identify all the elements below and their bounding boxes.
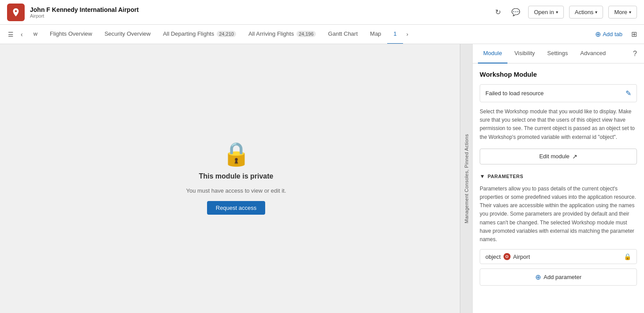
more-button[interactable]: More ▾ bbox=[608, 6, 637, 19]
chat-button[interactable]: 💬 bbox=[509, 5, 523, 19]
more-tabs-button[interactable]: › bbox=[403, 29, 412, 39]
right-panel: Module Visibility Settings Advanced ? Wo… bbox=[472, 44, 644, 313]
tab-bar: ☰ ‹ w Flights Overview Security Overview… bbox=[0, 25, 644, 44]
tab-all-arriving[interactable]: All Arriving Flights 24,196 bbox=[242, 25, 322, 44]
open-in-chevron-icon: ▾ bbox=[556, 10, 558, 15]
location-pin-icon bbox=[11, 7, 21, 17]
param-lock-icon: 🔒 bbox=[624, 253, 631, 260]
tab-advanced[interactable]: Advanced bbox=[575, 44, 611, 63]
tab-security-overview[interactable]: Security Overview bbox=[98, 25, 157, 44]
side-label-panel: Management Consoles, Pinned Actions bbox=[460, 44, 472, 313]
tab-bar-right: ⊕ Add tab ⊞ bbox=[592, 28, 644, 40]
right-panel-tabs: Module Visibility Settings Advanced ? bbox=[473, 44, 644, 63]
parameters-section: ▼ PARAMETERS Parameters allow you to pas… bbox=[480, 173, 637, 286]
private-module-title: This module is private bbox=[199, 172, 274, 180]
add-tab-circle-icon: ⊕ bbox=[595, 30, 601, 38]
departing-badge: 24,210 bbox=[217, 31, 236, 37]
tab-module[interactable]: Module bbox=[478, 44, 507, 63]
external-link-icon: ↗ bbox=[572, 153, 577, 160]
nav-left-arrow-button[interactable]: ‹ bbox=[18, 29, 26, 40]
tab-visibility[interactable]: Visibility bbox=[509, 44, 540, 63]
tab-settings[interactable]: Settings bbox=[542, 44, 573, 63]
more-chevron-icon: ▾ bbox=[629, 10, 631, 15]
help-button[interactable]: ? bbox=[631, 48, 639, 60]
refresh-button[interactable]: ↻ bbox=[492, 5, 503, 19]
tab-flights-overview[interactable]: Flights Overview bbox=[44, 25, 98, 44]
params-chevron-icon: ▼ bbox=[480, 173, 485, 179]
add-tab-button[interactable]: ⊕ Add tab bbox=[592, 28, 626, 40]
edit-module-button[interactable]: Edit module ↗ bbox=[480, 149, 637, 164]
tab-all-departing[interactable]: All Departing Flights 24,210 bbox=[157, 25, 242, 44]
parameters-header[interactable]: ▼ PARAMETERS bbox=[480, 173, 637, 179]
left-panel: 🔒 This module is private You must have a… bbox=[0, 44, 472, 313]
private-module-area: 🔒 This module is private You must have a… bbox=[0, 44, 472, 313]
side-label-text: Management Consoles, Pinned Actions bbox=[464, 134, 469, 224]
tab-map[interactable]: Map bbox=[364, 25, 387, 44]
tab-w[interactable]: w bbox=[27, 25, 44, 44]
app-title: John F Kennedy International Airport Air… bbox=[30, 6, 139, 19]
actions-button[interactable]: Actions ▾ bbox=[569, 6, 603, 19]
arriving-badge: 24,196 bbox=[296, 31, 316, 37]
add-parameter-button[interactable]: ⊕ Add parameter bbox=[480, 268, 637, 286]
app-title-main: John F Kennedy International Airport bbox=[30, 6, 139, 13]
private-module-subtitle: You must have access to view or edit it. bbox=[186, 187, 286, 194]
main-area: 🔒 This module is private You must have a… bbox=[0, 44, 644, 313]
resource-name: Failed to load resource bbox=[485, 90, 544, 97]
sidebar-toggle-button[interactable]: ⊞ bbox=[628, 28, 640, 40]
tab-gantt-chart[interactable]: Gantt Chart bbox=[322, 25, 364, 44]
app-icon bbox=[7, 4, 25, 21]
tab-bar-left: ☰ ‹ bbox=[4, 29, 27, 40]
right-panel-content: Workshop Module Failed to load resource … bbox=[473, 63, 644, 313]
param-row-object: object O Airport 🔒 bbox=[480, 249, 637, 264]
lock-icon: 🔒 bbox=[222, 142, 251, 165]
tab-1[interactable]: 1 bbox=[387, 25, 403, 44]
workshop-description: Select the Workshop module that you woul… bbox=[480, 108, 637, 142]
request-access-button[interactable]: Request access bbox=[207, 201, 266, 215]
param-badge-object: O bbox=[503, 253, 511, 260]
open-in-button[interactable]: Open in ▾ bbox=[528, 6, 564, 19]
top-header: John F Kennedy International Airport Air… bbox=[0, 0, 644, 25]
actions-chevron-icon: ▾ bbox=[595, 10, 597, 15]
hamburger-button[interactable]: ☰ bbox=[5, 29, 16, 40]
app-title-sub: Airport bbox=[30, 13, 139, 19]
resource-edit-icon[interactable]: ✎ bbox=[625, 89, 631, 97]
add-parameter-icon: ⊕ bbox=[535, 273, 541, 281]
params-title: PARAMETERS bbox=[488, 174, 523, 179]
param-key-object: object bbox=[485, 253, 501, 260]
resource-box: Failed to load resource ✎ bbox=[480, 84, 637, 102]
params-description: Parameters allow you to pass details of … bbox=[480, 185, 637, 244]
param-value-airport: Airport bbox=[513, 253, 530, 260]
workshop-module-title: Workshop Module bbox=[480, 71, 637, 78]
